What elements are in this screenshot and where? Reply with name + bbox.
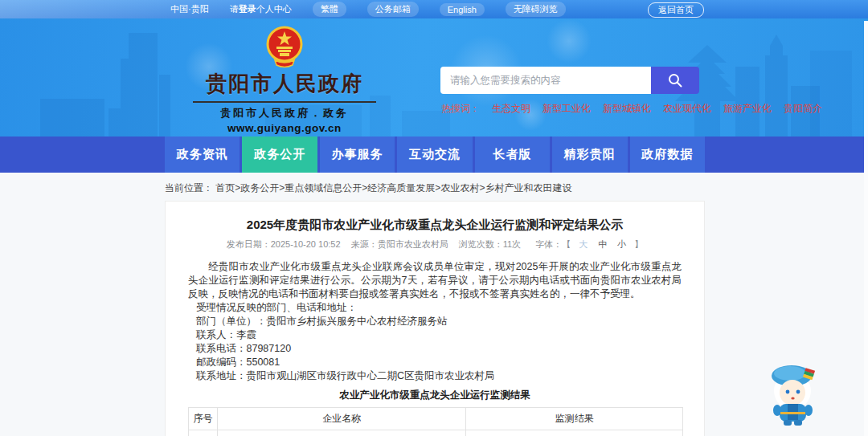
search-box [440, 67, 699, 94]
cell-index: 1 [189, 430, 218, 436]
body-paragraph: 经贵阳市农业产业化市级重点龙头企业联席会议成员单位审定，现对2025年开展的农业… [188, 260, 682, 301]
view-count: 浏览次数：11次 [459, 239, 521, 249]
page: 中国·贵阳 请登录个人中心 繁體 公务邮箱 English 无障碍浏览 返回首页 [0, 0, 868, 436]
table-caption: 农业产业化市级重点龙头企业运行监测结果 [188, 389, 682, 402]
column-header-index: 序号 [189, 408, 218, 430]
official-mail-link[interactable]: 公务邮箱 [367, 2, 419, 17]
back-home-button[interactable]: 返回首页 [648, 2, 704, 18]
article-card: 2025年度贵阳市农业产业化市级重点龙头企业运行监测和评定结果公示 发布日期：2… [165, 201, 705, 436]
site-title: 贵阳市人民政府 [191, 70, 378, 98]
breadcrumb: 当前位置： 首页>政务公开>重点领域信息公开>经济高质量发展>农业农村>乡村产业… [165, 181, 571, 195]
cell-result: 合格 [466, 430, 683, 436]
body-paragraph: 联系地址：贵阳市观山湖区市级行政中心二期C区贵阳市农业农村局 [188, 369, 682, 383]
body-paragraph: 部门（单位）：贵阳市乡村振兴服务中心农村经济服务站 [188, 315, 682, 328]
mascot-character[interactable] [764, 359, 821, 428]
body-paragraph: 联系人：李霞 [188, 328, 682, 342]
article-title: 2025年度贵阳市农业产业化市级重点龙头企业运行监测和评定结果公示 [188, 218, 682, 232]
nav-item-zhengwu-zixun[interactable]: 政务资讯 [165, 137, 240, 173]
hot-word-link[interactable]: 贵阳简介 [784, 102, 822, 116]
hot-word-link[interactable]: 旅游产业化 [723, 102, 772, 116]
cell-company: 贵州合力超市采购有限公司 [217, 430, 465, 436]
column-header-company: 企业名称 [217, 408, 465, 430]
body-paragraph: 邮政编码：550081 [188, 356, 682, 369]
font-size-medium[interactable]: 中 [598, 239, 607, 249]
region-label: 中国·贵阳 [170, 3, 209, 15]
english-link[interactable]: English [440, 3, 485, 16]
table-row: 1 贵州合力超市采购有限公司 合格 [189, 430, 683, 436]
font-size-small[interactable]: 小 [617, 239, 626, 249]
breadcrumb-label: 当前位置： [165, 182, 213, 194]
publish-date: 发布日期：2025-10-20 10:52 [227, 239, 341, 249]
body-paragraph: 受理情况反映的部门、电话和地址： [188, 301, 682, 315]
column-header-result: 监测结果 [466, 408, 683, 430]
search-button[interactable] [651, 67, 699, 94]
traditional-chinese-link[interactable]: 繁體 [313, 2, 346, 17]
hot-word-link[interactable]: 生态文明 [492, 102, 530, 116]
city-skyline-decoration [0, 18, 868, 137]
site-subtitle: 贵阳市人民政府．政务 [191, 106, 378, 120]
accessibility-link[interactable]: 无障碍浏览 [506, 2, 566, 17]
font-size-control: 字体：【大 中 小】 [531, 239, 647, 249]
nav-item-hudong-jiaoliu[interactable]: 互动交流 [397, 137, 472, 173]
login-link[interactable]: 请登录个人中心 [230, 3, 292, 15]
nav-item-zhangzhe-ban[interactable]: 长者版 [475, 137, 550, 173]
search-icon [667, 72, 683, 88]
breadcrumb-path[interactable]: 首页>政务公开>重点领域信息公开>经济高质量发展>农业农村>乡村产业和农田建设 [215, 182, 571, 194]
hot-search-label: 热搜词： [441, 102, 480, 116]
hot-word-link[interactable]: 新型城镇化 [603, 102, 651, 116]
article-meta: 发布日期：2025-10-20 10:52 来源：贵阳市农业农村局 浏览次数：1… [188, 238, 682, 251]
table-header-row: 序号 企业名称 监测结果 [189, 408, 683, 430]
monitoring-result-table: 序号 企业名称 监测结果 1 贵州合力超市采购有限公司 合格 2 贵州友禾种业有… [188, 407, 683, 436]
nav-item-jingcai-guiyang[interactable]: 精彩贵阳 [552, 137, 627, 173]
font-size-large[interactable]: 大 [579, 239, 588, 249]
top-utility-bar: 中国·贵阳 请登录个人中心 繁體 公务邮箱 English 无障碍浏览 返回首页 [0, 0, 868, 18]
nav-item-zhengfu-shuju[interactable]: 政府数据 [630, 137, 705, 173]
search-input[interactable] [440, 67, 651, 94]
site-url: www.guiyang.gov.cn [191, 122, 378, 134]
hot-word-link[interactable]: 新型工业化 [542, 102, 591, 116]
body-paragraph: 联系电话：87987120 [188, 342, 682, 356]
article-body: 经贵阳市农业产业化市级重点龙头企业联席会议成员单位审定，现对2025年开展的农业… [188, 260, 682, 383]
article-source: 来源：贵阳市农业农村局 [351, 239, 448, 249]
hot-word-link[interactable]: 农业现代化 [663, 102, 711, 116]
window-right-edge [864, 21, 868, 436]
main-navigation: 政务资讯 政务公开 办事服务 互动交流 长者版 精彩贵阳 政府数据 [0, 137, 868, 173]
hot-search-words: 热搜词： 生态文明 新型工业化 新型城镇化 农业现代化 旅游产业化 贵阳简介 [441, 102, 822, 116]
nav-item-zhengwu-gongkai[interactable]: 政务公开 [242, 137, 317, 173]
site-logo[interactable]: 贵阳市人民政府 贵阳市人民政府．政务 www.guiyang.gov.cn [191, 25, 378, 134]
nav-item-banshi-fuwu[interactable]: 办事服务 [320, 137, 395, 173]
site-banner: 贵阳市人民政府 贵阳市人民政府．政务 www.guiyang.gov.cn 热搜… [0, 18, 868, 137]
logo-divider [193, 101, 376, 103]
national-emblem-icon [265, 25, 304, 68]
